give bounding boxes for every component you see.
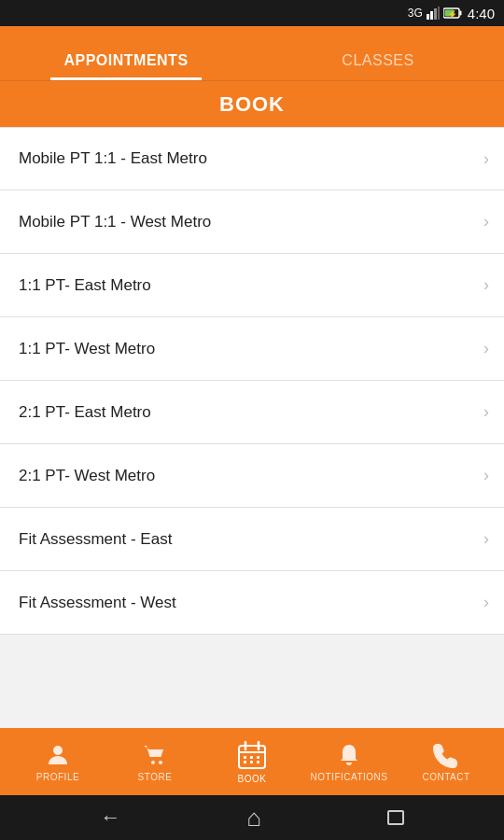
chevron-icon: ›: [483, 402, 489, 422]
signal-text: 3G: [408, 7, 423, 20]
signal-icon: [427, 7, 440, 20]
list-item-text: 1:1 PT- East Metro: [19, 276, 151, 295]
book-title: BOOK: [219, 92, 285, 117]
list-item-text: Fit Assessment - East: [19, 530, 172, 549]
back-button[interactable]: ←: [100, 805, 120, 830]
phone-icon: [433, 742, 459, 768]
list-item[interactable]: 2:1 PT- West Metro ›: [0, 444, 504, 508]
svg-rect-6: [459, 11, 461, 16]
list-item-text: 2:1 PT- West Metro: [19, 467, 155, 485]
svg-rect-0: [427, 14, 429, 20]
svg-rect-16: [250, 756, 253, 759]
book-header: BOOK: [0, 80, 504, 127]
list-item[interactable]: Mobile PT 1:1 - East Metro ›: [0, 127, 504, 190]
list-item[interactable]: Mobile PT 1:1 - West Metro ›: [0, 190, 504, 254]
list-item-text: Mobile PT 1:1 - East Metro: [19, 149, 207, 168]
profile-icon: [45, 742, 71, 768]
tab-bar: APPOINTMENTS CLASSES: [0, 26, 504, 80]
recent-apps-button[interactable]: [387, 810, 404, 825]
store-icon: [142, 742, 168, 768]
nav-store-label: STORE: [138, 772, 173, 782]
svg-rect-19: [250, 761, 253, 763]
nav-contact-label: CONTACT: [422, 772, 469, 782]
main-content: APPOINTMENTS CLASSES BOOK Mobile PT 1:1 …: [0, 26, 504, 728]
list-item[interactable]: 1:1 PT- West Metro ›: [0, 317, 504, 381]
nav-profile[interactable]: PROFILE: [9, 742, 106, 782]
svg-rect-17: [257, 756, 259, 759]
list-container: Mobile PT 1:1 - East Metro › Mobile PT 1…: [0, 127, 504, 728]
svg-rect-3: [438, 7, 440, 20]
chevron-icon: ›: [483, 275, 489, 295]
system-nav-bar: ← ⌂: [0, 795, 504, 840]
chevron-icon: ›: [483, 339, 489, 358]
nav-book-label: BOOK: [238, 774, 267, 784]
svg-text:⚡: ⚡: [448, 9, 457, 19]
list-item[interactable]: 2:1 PT- East Metro ›: [0, 381, 504, 444]
chevron-icon: ›: [483, 149, 489, 169]
chevron-icon: ›: [483, 529, 489, 549]
tab-appointments[interactable]: APPOINTMENTS: [0, 52, 252, 80]
list-item-text: Mobile PT 1:1 - West Metro: [19, 213, 211, 231]
nav-book[interactable]: BOOK: [203, 740, 301, 784]
home-button[interactable]: ⌂: [246, 804, 261, 833]
time-text: 4:40: [468, 6, 495, 21]
svg-rect-15: [244, 756, 246, 759]
nav-store[interactable]: STORE: [106, 742, 203, 782]
chevron-icon: ›: [483, 593, 489, 612]
nav-profile-label: PROFILE: [36, 772, 79, 782]
svg-point-10: [159, 761, 162, 764]
list-item[interactable]: Fit Assessment - East ›: [0, 508, 504, 571]
svg-point-9: [151, 761, 155, 764]
nav-notifications-label: NOTIFICATIONS: [311, 772, 388, 782]
chevron-icon: ›: [483, 212, 489, 231]
status-icons: 3G ⚡ 4:40: [408, 6, 495, 21]
nav-notifications[interactable]: NOTIFICATIONS: [301, 742, 398, 782]
battery-icon: ⚡: [443, 7, 462, 19]
status-bar: 3G ⚡ 4:40: [0, 0, 504, 26]
bottom-nav: PROFILE STORE: [0, 728, 504, 795]
chevron-icon: ›: [483, 466, 489, 485]
svg-rect-20: [257, 761, 259, 763]
list-item-text: 1:1 PT- West Metro: [19, 340, 155, 358]
list-item-text: Fit Assessment - West: [19, 594, 176, 612]
svg-rect-1: [430, 11, 433, 20]
list-item[interactable]: Fit Assessment - West ›: [0, 571, 504, 635]
list-item[interactable]: 1:1 PT- East Metro ›: [0, 254, 504, 317]
svg-point-8: [53, 746, 63, 755]
list-item-text: 2:1 PT- East Metro: [19, 403, 151, 422]
bell-icon: [336, 742, 362, 768]
book-icon: [237, 740, 267, 770]
nav-contact[interactable]: CONTACT: [398, 742, 495, 782]
app-wrapper: 3G ⚡ 4:40 APPOINTMENTS: [0, 0, 504, 840]
svg-rect-18: [244, 761, 246, 763]
tab-classes[interactable]: CLASSES: [252, 52, 504, 80]
svg-rect-2: [434, 8, 437, 20]
